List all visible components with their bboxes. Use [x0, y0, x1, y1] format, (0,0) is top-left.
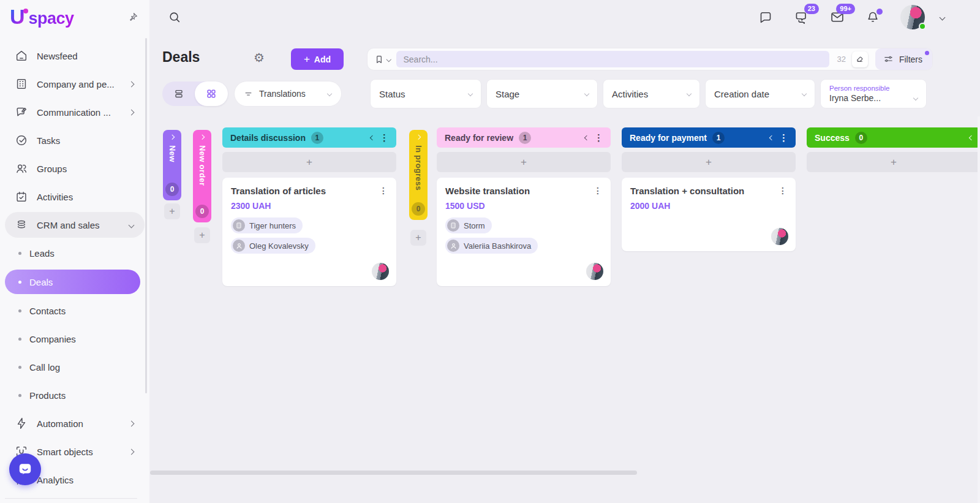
main-content: Deals ⚙ + Add 32 Filters Translations [149, 34, 980, 503]
card-menu-icon[interactable]: ⋮ [379, 186, 388, 195]
chevron-down-icon [584, 91, 589, 96]
deal-card[interactable]: Translation + consultation ⋮ 2000 UAH [622, 178, 796, 251]
chevron-down-icon [802, 91, 807, 96]
filters-button[interactable]: Filters [875, 48, 932, 70]
person-icon [447, 240, 459, 252]
sidebar-scrollbar[interactable] [145, 38, 147, 393]
sidebar-item-products[interactable]: Products [0, 381, 149, 409]
sidebar-item-contacts[interactable]: Contacts [0, 297, 149, 325]
column-menu-icon[interactable]: ⋮ [380, 133, 389, 142]
collapse-column-icon[interactable] [584, 135, 589, 140]
add-card-button[interactable]: + [410, 230, 426, 246]
saved-filter-select[interactable]: Translations [235, 81, 341, 106]
sidebar-item-leads[interactable]: Leads [0, 239, 149, 267]
add-card-button[interactable]: + [164, 203, 180, 219]
chat-smile-icon [17, 461, 33, 477]
collapse-column-icon[interactable] [370, 135, 375, 140]
mail-icon[interactable]: 99+ [829, 9, 845, 25]
column-header[interactable]: Details discussion 1 ⋮ [222, 127, 396, 148]
collapse-column-icon[interactable] [969, 135, 974, 140]
chats-icon[interactable]: 23 [793, 9, 809, 25]
chevron-down-icon [327, 91, 332, 96]
gear-icon[interactable]: ⚙ [254, 50, 265, 65]
avatar[interactable] [900, 5, 925, 29]
expand-column-icon[interactable] [416, 135, 421, 140]
sidebar-item-deals[interactable]: Deals [5, 270, 140, 294]
column-menu-icon[interactable]: ⋮ [779, 133, 788, 142]
column-header[interactable]: Ready for review 1 ⋮ [437, 127, 611, 148]
chevron-down-icon [913, 96, 918, 100]
kanban-view-button[interactable] [195, 81, 228, 106]
sidebar-item-label: Automation [37, 418, 121, 429]
support-chat-button[interactable] [9, 453, 41, 485]
divider [5, 498, 137, 499]
column-ready-for-review: Ready for review 1 ⋮ + Website translati… [437, 127, 611, 286]
expand-column-icon[interactable] [200, 135, 205, 140]
add-card-button[interactable]: + [807, 152, 980, 172]
deal-card[interactable]: Website translation ⋮ 1500 USD Storm Val… [437, 178, 611, 286]
sidebar-item-groups[interactable]: Groups [0, 154, 149, 183]
plus-icon: + [306, 156, 312, 168]
sidebar-item-activities[interactable]: Activities [0, 183, 149, 211]
chevron-down-icon[interactable] [940, 14, 946, 20]
sidebar-item-tasks[interactable]: Tasks [0, 126, 149, 154]
status-filter-select[interactable]: Status [371, 80, 481, 108]
chevron-right-icon [129, 81, 135, 87]
list-view-button[interactable] [162, 81, 195, 106]
add-card-button[interactable]: + [437, 152, 611, 172]
sidebar-item-communication[interactable]: Communication ... [0, 98, 149, 126]
column-collapsed-new-order[interactable]: New order 0 [193, 130, 211, 222]
card-title: Website translation [445, 186, 594, 196]
sidebar-item-automation[interactable]: Automation [0, 409, 149, 437]
saved-searches-button[interactable] [368, 55, 396, 64]
deal-card[interactable]: Translation of articles ⋮ 2300 UAH Tiger… [222, 178, 396, 286]
stage-filter-select[interactable]: Stage [487, 80, 597, 108]
brand-name: spacy [29, 9, 74, 28]
card-menu-icon[interactable]: ⋮ [778, 186, 787, 195]
chat-pen-icon [15, 105, 28, 119]
notifications-bell-icon[interactable] [865, 10, 880, 25]
person-tag: Valeriia Bashkirova [445, 238, 538, 254]
column-count-badge: 0 [855, 132, 867, 144]
add-card-button[interactable]: + [222, 152, 396, 172]
sidebar-item-crm-and-sales[interactable]: CRM and sales [5, 212, 145, 238]
column-ready-for-payment: Ready for payment 1 ⋮ + Translation + co… [622, 127, 796, 251]
search-input[interactable] [396, 51, 830, 67]
company-icon [447, 219, 459, 232]
brand-dot [23, 9, 28, 13]
sidebar-item-companies[interactable]: Companies [0, 325, 149, 353]
column-collapsed-new[interactable]: New 0 [163, 130, 181, 200]
clear-search-button[interactable] [852, 51, 868, 67]
sidebar-item-call-log[interactable]: Call log [0, 353, 149, 381]
card-menu-icon[interactable]: ⋮ [594, 186, 602, 195]
comment-icon[interactable] [758, 10, 773, 25]
pin-sidebar-icon[interactable] [127, 12, 138, 23]
column-header[interactable]: Ready for payment 1 ⋮ [622, 127, 796, 148]
column-header[interactable]: Success 0 [807, 127, 980, 148]
bullet-icon [18, 366, 21, 369]
horizontal-scrollbar[interactable] [150, 471, 637, 475]
column-count-badge: 0 [195, 205, 209, 218]
add-card-button[interactable]: + [194, 227, 210, 243]
view-toggle [162, 81, 228, 106]
activities-filter-select[interactable]: Activities [603, 80, 699, 108]
mail-count-badge: 99+ [836, 4, 855, 14]
collapse-column-icon[interactable] [769, 135, 774, 140]
column-details-discussion: Details discussion 1 ⋮ + Translation of … [222, 127, 396, 286]
expand-column-icon[interactable] [170, 135, 175, 140]
sidebar-item-company-and-people[interactable]: Company and pe... [0, 70, 149, 98]
creation-date-filter-select[interactable]: Creation date [706, 80, 815, 108]
sidebar-item-newsfeed[interactable]: Newsfeed [0, 42, 149, 70]
users-icon [15, 162, 28, 175]
vertical-scrollbar-track[interactable] [978, 116, 980, 503]
brand-logo[interactable]: U spacy [10, 6, 74, 28]
filter-lines-icon [244, 89, 253, 99]
sidebar-item-label: Smart objects [37, 447, 121, 457]
search-icon[interactable] [168, 10, 181, 24]
person-responsible-filter-select[interactable]: Person responsible Iryna Serbe... [821, 80, 926, 108]
company-tag: Tiger hunters [231, 217, 303, 233]
add-deal-button[interactable]: + Add [291, 48, 344, 70]
column-collapsed-in-progress[interactable]: In progress 0 [409, 130, 428, 220]
add-card-button[interactable]: + [622, 152, 796, 172]
column-menu-icon[interactable]: ⋮ [594, 133, 603, 142]
